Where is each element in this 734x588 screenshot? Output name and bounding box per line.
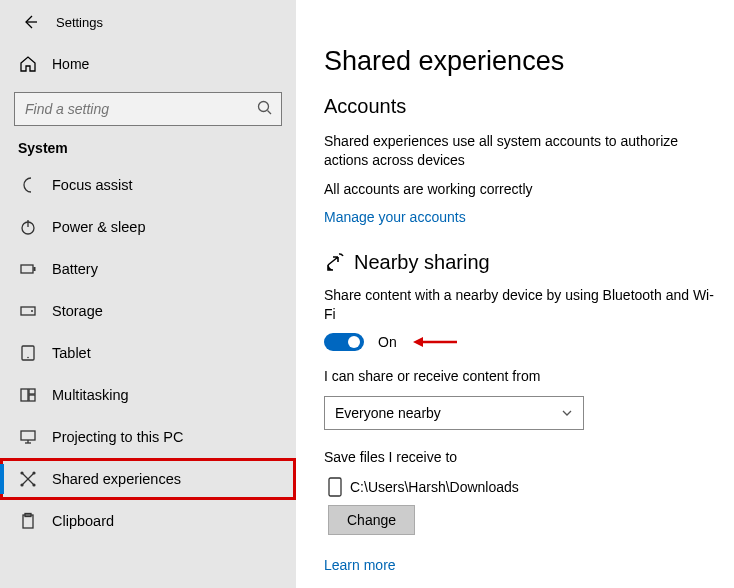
clipboard-icon bbox=[18, 512, 38, 530]
sidebar: Settings Home System Focus assist Power … bbox=[0, 0, 296, 588]
svg-point-9 bbox=[27, 357, 29, 359]
share-from-label: I can share or receive content from bbox=[324, 367, 714, 386]
chevron-down-icon bbox=[561, 407, 573, 419]
multitask-icon bbox=[18, 386, 38, 404]
svg-point-19 bbox=[32, 483, 35, 486]
save-to-path: C:\Users\Harsh\Downloads bbox=[350, 479, 519, 495]
sidebar-item-label: Tablet bbox=[52, 345, 91, 361]
sidebar-item-home[interactable]: Home bbox=[0, 44, 296, 84]
sidebar-item-multitasking[interactable]: Multitasking bbox=[0, 374, 296, 416]
sidebar-item-storage[interactable]: Storage bbox=[0, 290, 296, 332]
nearby-heading: Nearby sharing bbox=[354, 251, 490, 274]
svg-line-1 bbox=[268, 111, 272, 115]
arrow-left-icon bbox=[22, 14, 38, 30]
svg-rect-13 bbox=[21, 431, 35, 440]
accounts-section: Accounts Shared experiences use all syst… bbox=[324, 95, 714, 225]
sidebar-item-clipboard[interactable]: Clipboard bbox=[0, 500, 296, 542]
home-label: Home bbox=[52, 56, 89, 72]
app-title: Settings bbox=[56, 15, 103, 30]
svg-rect-12 bbox=[29, 395, 35, 401]
sidebar-nav: Focus assist Power & sleep Battery Stora… bbox=[0, 164, 296, 542]
project-icon bbox=[18, 428, 38, 446]
nearby-section: Nearby sharing Share content with a near… bbox=[324, 251, 714, 574]
learn-more-link[interactable]: Learn more bbox=[324, 557, 396, 573]
svg-point-0 bbox=[259, 102, 269, 112]
svg-point-17 bbox=[32, 471, 35, 474]
svg-rect-24 bbox=[329, 478, 341, 496]
accounts-heading: Accounts bbox=[324, 95, 714, 118]
save-to-label: Save files I receive to bbox=[324, 448, 714, 467]
sidebar-item-label: Storage bbox=[52, 303, 103, 319]
search-icon bbox=[256, 99, 274, 117]
sidebar-item-label: Power & sleep bbox=[52, 219, 146, 235]
svg-rect-4 bbox=[21, 265, 33, 273]
sidebar-item-shared-experiences[interactable]: Shared experiences bbox=[0, 458, 296, 500]
device-icon bbox=[328, 477, 342, 497]
annotation-arrow-icon bbox=[413, 335, 457, 349]
sidebar-item-label: Multitasking bbox=[52, 387, 129, 403]
svg-rect-10 bbox=[21, 389, 28, 401]
sidebar-item-power-sleep[interactable]: Power & sleep bbox=[0, 206, 296, 248]
sidebar-item-label: Clipboard bbox=[52, 513, 114, 529]
battery-icon bbox=[18, 260, 38, 278]
shared-icon bbox=[18, 470, 38, 488]
storage-icon bbox=[18, 302, 38, 320]
toggle-state-label: On bbox=[378, 334, 397, 350]
share-from-value: Everyone nearby bbox=[335, 405, 441, 421]
svg-marker-23 bbox=[413, 337, 423, 347]
svg-point-16 bbox=[20, 471, 23, 474]
svg-point-7 bbox=[31, 310, 33, 312]
nearby-body: Share content with a nearby device by us… bbox=[324, 286, 714, 324]
category-heading: System bbox=[0, 140, 296, 164]
main-content: Shared experiences Accounts Shared exper… bbox=[296, 0, 734, 588]
page-title: Shared experiences bbox=[324, 46, 714, 77]
sidebar-item-label: Projecting to this PC bbox=[52, 429, 183, 445]
share-icon bbox=[324, 251, 346, 273]
sidebar-item-projecting[interactable]: Projecting to this PC bbox=[0, 416, 296, 458]
svg-point-18 bbox=[20, 483, 23, 486]
sidebar-item-label: Shared experiences bbox=[52, 471, 181, 487]
search-input[interactable] bbox=[14, 92, 282, 126]
sidebar-item-label: Focus assist bbox=[52, 177, 133, 193]
accounts-body: Shared experiences use all system accoun… bbox=[324, 132, 714, 170]
moon-icon bbox=[18, 176, 38, 194]
svg-rect-11 bbox=[29, 389, 35, 394]
share-from-select[interactable]: Everyone nearby bbox=[324, 396, 584, 430]
svg-rect-5 bbox=[34, 267, 36, 271]
nearby-toggle[interactable] bbox=[324, 333, 364, 351]
sidebar-item-label: Battery bbox=[52, 261, 98, 277]
manage-accounts-link[interactable]: Manage your accounts bbox=[324, 209, 466, 225]
search-field-wrap bbox=[14, 92, 282, 126]
power-icon bbox=[18, 218, 38, 236]
titlebar: Settings bbox=[0, 0, 296, 44]
sidebar-item-battery[interactable]: Battery bbox=[0, 248, 296, 290]
home-icon bbox=[18, 55, 38, 73]
tablet-icon bbox=[18, 344, 38, 362]
change-button[interactable]: Change bbox=[328, 505, 415, 535]
sidebar-item-focus-assist[interactable]: Focus assist bbox=[0, 164, 296, 206]
sidebar-item-tablet[interactable]: Tablet bbox=[0, 332, 296, 374]
accounts-status: All accounts are working correctly bbox=[324, 180, 714, 199]
back-button[interactable] bbox=[18, 10, 42, 34]
